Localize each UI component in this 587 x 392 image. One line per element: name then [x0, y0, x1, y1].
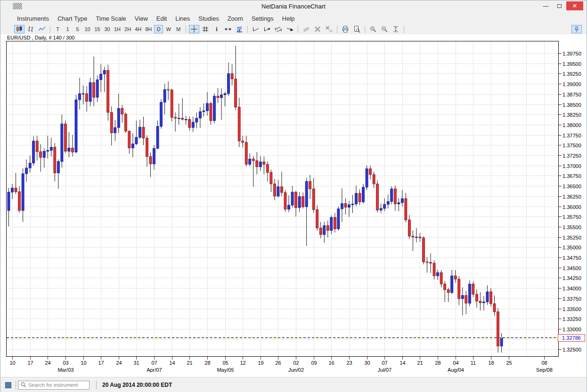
- candle: [291, 192, 294, 205]
- candle: [86, 94, 88, 101]
- y-axis-label: 1.36750: [563, 173, 581, 179]
- fit-vertical-icon[interactable]: [391, 25, 401, 33]
- candle: [235, 79, 237, 107]
- timeframe-1[interactable]: 1: [63, 25, 72, 33]
- candle: [142, 127, 145, 138]
- timeframe-D[interactable]: D: [154, 25, 163, 33]
- x-axis-label: 04: [453, 360, 458, 366]
- y-axis-label: 1.33250: [563, 316, 581, 322]
- candle: [383, 204, 386, 208]
- menu-view[interactable]: View: [130, 14, 152, 23]
- candle: [359, 193, 361, 202]
- candle: [433, 263, 435, 276]
- y-axis-label: 1.35500: [563, 224, 581, 230]
- candle: [355, 193, 358, 204]
- timeframe-T[interactable]: T: [53, 25, 62, 33]
- print-preview-icon[interactable]: [351, 25, 362, 33]
- grid-icon[interactable]: [200, 25, 211, 33]
- volume-icon[interactable]: vol: [234, 25, 245, 33]
- candle: [206, 104, 208, 111]
- y-axis-label: 1.33000: [563, 327, 581, 332]
- instrument-color-square[interactable]: [5, 382, 11, 388]
- x-axis-label: 05: [222, 360, 228, 366]
- toolbar-separator: [298, 26, 298, 33]
- candle: [444, 284, 446, 289]
- price-chart[interactable]: 1.397501.395001.392501.390001.387501.385…: [0, 34, 587, 377]
- candle: [454, 276, 457, 279]
- x-axis-label: 19: [258, 360, 263, 366]
- timeframe-30[interactable]: 30: [103, 25, 112, 33]
- candle: [252, 159, 254, 160]
- menu-chart-type[interactable]: Chart Type: [53, 14, 91, 23]
- candle: [43, 151, 45, 157]
- delete-icon[interactable]: [312, 25, 323, 33]
- y-axis-label: 1.39000: [563, 81, 581, 87]
- timeframe-8H[interactable]: 8H: [144, 25, 153, 33]
- timeframe-M[interactable]: M: [174, 25, 183, 33]
- x-axis-label: 07: [151, 360, 157, 366]
- timeframe-2H[interactable]: 2H: [123, 25, 132, 33]
- candle: [312, 189, 315, 209]
- candle: [326, 225, 329, 230]
- menu-zoom[interactable]: Zoom: [223, 14, 247, 23]
- timeframe-W[interactable]: W: [164, 25, 173, 33]
- delete-all-icon[interactable]: all: [324, 25, 334, 33]
- candle: [486, 292, 489, 302]
- candle: [451, 276, 453, 293]
- x-axis-label: 10: [81, 360, 86, 366]
- candle: [344, 203, 347, 207]
- timeframe-4H[interactable]: 4H: [133, 25, 143, 33]
- timeframe-5[interactable]: 5: [73, 25, 82, 33]
- line-chart-icon[interactable]: [37, 25, 47, 33]
- y-axis-label: 1.38250: [563, 112, 581, 118]
- chart-region[interactable]: EUR/USD , Daily, # 140 / 300 1.397501.39…: [0, 34, 587, 377]
- titlebar: NetDania FinanceChart — ✕: [0, 0, 587, 13]
- menu-studies[interactable]: Studies: [194, 14, 223, 23]
- print-icon[interactable]: [340, 25, 351, 33]
- ray-arrow-icon[interactable]: [285, 25, 295, 33]
- channel-icon[interactable]: [273, 25, 284, 33]
- pin-icon[interactable]: [571, 25, 582, 33]
- menu-instruments[interactable]: Instruments: [13, 14, 53, 23]
- timeframe-15[interactable]: 15: [93, 25, 102, 33]
- candle: [75, 100, 77, 152]
- candle: [181, 118, 184, 120]
- trendline-icon[interactable]: [251, 25, 261, 33]
- svg-text:i: i: [216, 26, 218, 32]
- candle: [309, 182, 311, 189]
- search-box[interactable]: [18, 381, 90, 390]
- menu-edit[interactable]: Edit: [152, 14, 171, 23]
- crosshair-icon[interactable]: [189, 25, 199, 33]
- expand-horizontal-icon[interactable]: [223, 25, 233, 33]
- zoom-out-icon[interactable]: [379, 25, 390, 33]
- candle: [387, 201, 389, 204]
- timeframe-10[interactable]: 10: [83, 25, 92, 33]
- candle: [213, 96, 215, 120]
- y-axis-label: 1.34500: [563, 265, 581, 271]
- x-axis-label: 18: [488, 360, 494, 366]
- timeframe-1H[interactable]: 1H: [113, 25, 122, 33]
- candle: [298, 197, 301, 208]
- menu-help[interactable]: Help: [278, 14, 299, 23]
- menu-lines[interactable]: Lines: [171, 14, 194, 23]
- y-axis-label: 1.36500: [563, 184, 581, 189]
- x-axis-label: 30: [364, 360, 370, 366]
- menu-settings[interactable]: Settings: [247, 14, 278, 23]
- trendline-arrow-icon[interactable]: [262, 25, 272, 33]
- svg-text:all: all: [329, 29, 333, 32]
- x-axis-label: 23: [346, 360, 352, 366]
- statusbar-divider-1: [16, 381, 16, 389]
- candlestick-icon[interactable]: [14, 25, 24, 33]
- candle: [394, 189, 396, 204]
- zoom-in-icon[interactable]: [368, 25, 378, 33]
- candle: [231, 73, 233, 79]
- menu-time-scale[interactable]: Time Scale: [91, 14, 130, 23]
- search-input[interactable]: [28, 382, 84, 388]
- candle: [458, 279, 460, 299]
- toolbar: T151015301H2H4H8HDWMivolall: [0, 24, 587, 34]
- ohlc-bars-icon[interactable]: [25, 25, 36, 33]
- parallel-lines-icon[interactable]: [301, 25, 311, 33]
- info-icon[interactable]: i: [212, 25, 222, 33]
- candle: [54, 147, 56, 173]
- candle: [430, 262, 432, 263]
